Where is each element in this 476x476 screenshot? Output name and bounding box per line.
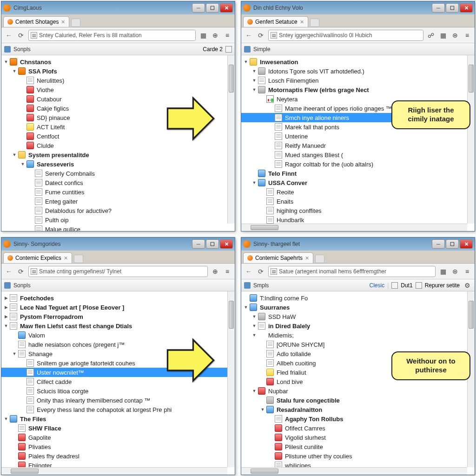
minimize-button[interactable]: ─: [432, 3, 445, 13]
browser-tab[interactable]: Contemic Expelics ✕: [3, 252, 72, 263]
browser-tab[interactable]: Contemic Sapehrts ✕: [243, 252, 313, 263]
titlebar[interactable]: Sinny- Somgorides ─ ☐ ✕: [1, 238, 235, 251]
new-tab-button[interactable]: [310, 19, 319, 27]
disclosure-triangle-icon[interactable]: [12, 68, 17, 74]
tree-content[interactable]: ChnstanosSSA PlofsNerulittes)ViotheCutab…: [1, 55, 235, 231]
panel-right-link[interactable]: Clesic: [369, 282, 384, 289]
disclosure-triangle-icon[interactable]: [12, 152, 17, 158]
tree-content[interactable]: FoetchodesLece Nad Teguet art [ Plose Ee…: [1, 291, 235, 475]
tree-view[interactable]: ChnstanosSSA PlofsNerulittes)ViotheCutab…: [1, 57, 235, 231]
globe-icon[interactable]: ⊛: [450, 31, 460, 40]
new-tab-button[interactable]: [74, 255, 83, 263]
scrollbar-vertical[interactable]: [227, 55, 235, 224]
disclosure-triangle-icon[interactable]: [251, 332, 257, 338]
tree-item[interactable]: Onity thas inlearty themilbensed contap …: [1, 396, 235, 405]
panel-gear-icon[interactable]: ⚙: [463, 281, 472, 290]
tree-item[interactable]: Inwesenation: [241, 57, 475, 66]
reload-button[interactable]: ⟳: [16, 267, 26, 276]
maximize-button[interactable]: ☐: [206, 239, 219, 249]
tree-item[interactable]: SSD HaW: [241, 312, 475, 321]
tree-content[interactable]: InwesenationIdotons Tgore sols VIT arhot…: [241, 55, 475, 231]
tree-item[interactable]: Sclucis litioa corgte: [1, 386, 235, 396]
tree-item[interactable]: Clulde: [1, 141, 235, 150]
disclosure-triangle-icon[interactable]: [251, 87, 257, 93]
disclosure-triangle-icon[interactable]: [3, 295, 9, 301]
scrollbar-thumb[interactable]: [469, 65, 474, 93]
tree-item[interactable]: Shanage: [1, 349, 235, 358]
disclosure-triangle-icon[interactable]: [251, 180, 257, 185]
scrollbar-vertical[interactable]: [227, 291, 235, 467]
tree-item[interactable]: SSA Plofs: [1, 66, 235, 76]
disclosure-triangle-icon[interactable]: [243, 304, 249, 310]
close-button[interactable]: ✕: [460, 3, 473, 13]
scrollbar-thumb[interactable]: [229, 301, 234, 329]
tree-item[interactable]: Suurranes: [241, 303, 475, 312]
tree-item[interactable]: Cutabour: [1, 94, 235, 104]
tree-item[interactable]: Midiemis;: [241, 331, 475, 340]
tree-item[interactable]: T:Indling corne Fo: [241, 293, 475, 303]
panel-sq-b-icon[interactable]: [416, 282, 422, 289]
minimize-button[interactable]: ─: [432, 239, 445, 249]
disclosure-triangle-icon[interactable]: [3, 323, 9, 329]
titlebar[interactable]: Din chld Echny Volo ─ ☐ ✕: [241, 1, 475, 14]
tree-item[interactable]: Motornaptis Flew (elrbs grage Nect: [241, 85, 475, 94]
new-tab-button[interactable]: [315, 255, 324, 263]
disclosure-triangle-icon[interactable]: [251, 323, 257, 329]
tree-item[interactable]: Plivaties: [1, 442, 235, 451]
titlebar[interactable]: Sinny- thargeel flet ─ ☐ ✕: [241, 238, 475, 251]
tree-item[interactable]: Plilesit cunilite: [241, 442, 475, 451]
tree-item[interactable]: Enaits: [241, 197, 475, 206]
maximize-button[interactable]: ☐: [446, 3, 459, 13]
tree-item[interactable]: Nerulittes): [1, 76, 235, 85]
tab-close-icon[interactable]: ✕: [305, 255, 309, 261]
back-button[interactable]: ←: [244, 31, 253, 40]
tree-item[interactable]: Enteg gaiter: [1, 197, 235, 206]
scrollbar-thumb[interactable]: [251, 469, 278, 474]
menu-icon[interactable]: ≡: [223, 31, 232, 40]
tab-close-icon[interactable]: ✕: [64, 255, 68, 261]
tree-item[interactable]: in Dired Balely: [241, 321, 475, 331]
browser-tab[interactable]: Centert Shotages ✕: [3, 16, 69, 27]
scrollbar-thumb[interactable]: [251, 225, 278, 230]
tree-item[interactable]: Vigolid slurhest: [241, 433, 475, 442]
tree-item[interactable]: hadle nesiatson cohces (pregent j™: [1, 340, 235, 349]
browser-tab[interactable]: Genfert Setatuce ✕: [243, 16, 308, 27]
panel-a-label[interactable]: Dut1: [401, 282, 412, 289]
globe-icon[interactable]: ⊛: [450, 267, 460, 276]
scrollbar-horizontal[interactable]: [1, 467, 227, 475]
disclosure-triangle-icon[interactable]: [3, 314, 9, 319]
tree-item[interactable]: Piales fhy deadresl: [1, 451, 235, 461]
disclosure-triangle-icon[interactable]: [243, 59, 249, 65]
tree-content[interactable]: T:Indling corne FoSuurranesSSD HaWin Dir…: [241, 291, 475, 475]
tree-item[interactable]: Stalu fure congectible: [241, 396, 475, 405]
tree-item[interactable]: Valom: [1, 331, 235, 340]
tree-item[interactable]: Idotons Tgore sols VIT arhotdefied.): [241, 66, 475, 76]
panel-right-icon[interactable]: [225, 46, 232, 53]
tree-item[interactable]: Sererly Cornbnails: [1, 169, 235, 178]
tree-item[interactable]: Gapolite: [1, 433, 235, 442]
tree-item[interactable]: Delablodus for aductive?: [1, 206, 235, 215]
address-bar[interactable]: ▤ Smate cnting gemgefinest/ Tylnet: [28, 266, 208, 277]
tab-close-icon[interactable]: ✕: [61, 19, 65, 25]
tree-item[interactable]: Centfoct: [1, 132, 235, 141]
tree-item[interactable]: Fume cuntities: [1, 187, 235, 197]
tree-item[interactable]: ACT Litefit: [1, 122, 235, 132]
tree-item[interactable]: Malue gullice: [1, 225, 235, 231]
tree-item[interactable]: Unterine: [241, 132, 475, 141]
tree-item[interactable]: Lece Nad Teguet art [ Plose Eeover ]: [1, 303, 235, 312]
tree-item[interactable]: Evepry thess land the cohapotok at lorge…: [1, 405, 235, 414]
disclosure-triangle-icon[interactable]: [260, 407, 265, 412]
tree-item[interactable]: Plistune uther thy coulies: [241, 451, 475, 461]
tree-item[interactable]: The Files: [1, 414, 235, 423]
tree-item[interactable]: Telo Finnt: [241, 169, 475, 178]
tree-item[interactable]: Nupbar: [241, 386, 475, 396]
disclosure-triangle-icon[interactable]: [3, 59, 9, 65]
globe-icon[interactable]: ⊕: [211, 31, 220, 40]
panel-sq-a-icon[interactable]: [391, 282, 398, 289]
tree-item[interactable]: SD} pinauce: [1, 113, 235, 122]
close-button[interactable]: ✕: [220, 3, 233, 13]
address-bar[interactable]: ▤ Satue (artegent inomall hems 6efffremg…: [268, 266, 436, 277]
tree-item[interactable]: Ragor colttab for the (uob altalrs): [241, 159, 475, 169]
tree-item[interactable]: Pulth oip: [1, 215, 235, 225]
tree-item[interactable]: Reitfy Manuedr: [241, 141, 475, 150]
